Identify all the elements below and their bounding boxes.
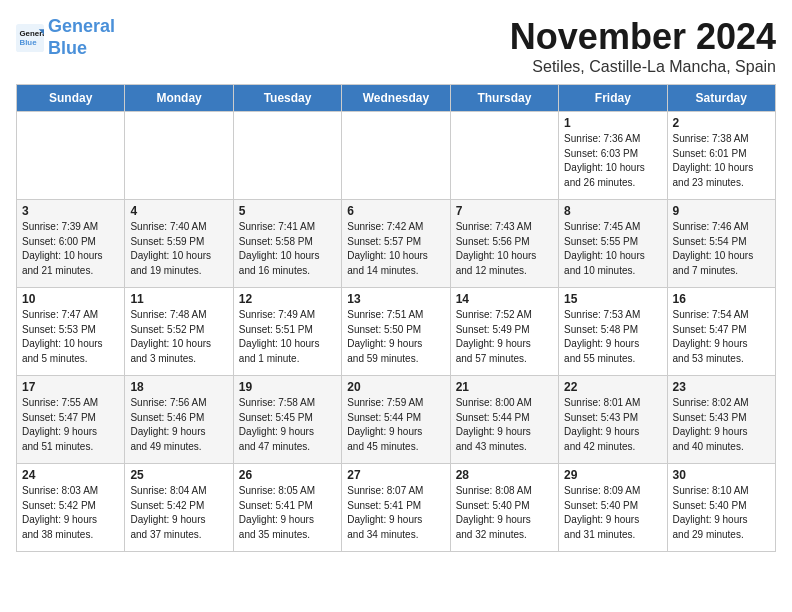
calendar-cell: 2Sunrise: 7:38 AM Sunset: 6:01 PM Daylig… <box>667 112 775 200</box>
day-info: Sunrise: 7:39 AM Sunset: 6:00 PM Dayligh… <box>22 220 119 278</box>
calendar-cell: 14Sunrise: 7:52 AM Sunset: 5:49 PM Dayli… <box>450 288 558 376</box>
day-info: Sunrise: 7:38 AM Sunset: 6:01 PM Dayligh… <box>673 132 770 190</box>
day-number: 15 <box>564 292 661 306</box>
calendar-cell: 19Sunrise: 7:58 AM Sunset: 5:45 PM Dayli… <box>233 376 341 464</box>
header-wednesday: Wednesday <box>342 85 450 112</box>
day-number: 11 <box>130 292 227 306</box>
logo-icon: General Blue <box>16 24 44 52</box>
calendar-cell <box>125 112 233 200</box>
day-info: Sunrise: 8:09 AM Sunset: 5:40 PM Dayligh… <box>564 484 661 542</box>
day-number: 12 <box>239 292 336 306</box>
logo: General Blue General Blue <box>16 16 115 59</box>
calendar-cell: 6Sunrise: 7:42 AM Sunset: 5:57 PM Daylig… <box>342 200 450 288</box>
day-info: Sunrise: 7:48 AM Sunset: 5:52 PM Dayligh… <box>130 308 227 366</box>
calendar-cell: 28Sunrise: 8:08 AM Sunset: 5:40 PM Dayli… <box>450 464 558 552</box>
header-monday: Monday <box>125 85 233 112</box>
header-saturday: Saturday <box>667 85 775 112</box>
day-info: Sunrise: 8:00 AM Sunset: 5:44 PM Dayligh… <box>456 396 553 454</box>
day-number: 3 <box>22 204 119 218</box>
calendar-cell: 22Sunrise: 8:01 AM Sunset: 5:43 PM Dayli… <box>559 376 667 464</box>
calendar-cell: 11Sunrise: 7:48 AM Sunset: 5:52 PM Dayli… <box>125 288 233 376</box>
calendar-cell <box>17 112 125 200</box>
day-info: Sunrise: 7:58 AM Sunset: 5:45 PM Dayligh… <box>239 396 336 454</box>
day-number: 18 <box>130 380 227 394</box>
calendar-table: Sunday Monday Tuesday Wednesday Thursday… <box>16 84 776 552</box>
header-thursday: Thursday <box>450 85 558 112</box>
logo-line1: General <box>48 16 115 36</box>
day-info: Sunrise: 8:01 AM Sunset: 5:43 PM Dayligh… <box>564 396 661 454</box>
day-info: Sunrise: 7:52 AM Sunset: 5:49 PM Dayligh… <box>456 308 553 366</box>
week-row-1: 1Sunrise: 7:36 AM Sunset: 6:03 PM Daylig… <box>17 112 776 200</box>
day-number: 20 <box>347 380 444 394</box>
day-number: 25 <box>130 468 227 482</box>
svg-text:Blue: Blue <box>20 38 38 47</box>
calendar-cell: 7Sunrise: 7:43 AM Sunset: 5:56 PM Daylig… <box>450 200 558 288</box>
calendar-cell: 25Sunrise: 8:04 AM Sunset: 5:42 PM Dayli… <box>125 464 233 552</box>
location-subtitle: Setiles, Castille-La Mancha, Spain <box>510 58 776 76</box>
day-number: 26 <box>239 468 336 482</box>
calendar-cell: 21Sunrise: 8:00 AM Sunset: 5:44 PM Dayli… <box>450 376 558 464</box>
calendar-cell: 24Sunrise: 8:03 AM Sunset: 5:42 PM Dayli… <box>17 464 125 552</box>
day-number: 14 <box>456 292 553 306</box>
calendar-cell <box>342 112 450 200</box>
calendar-cell: 18Sunrise: 7:56 AM Sunset: 5:46 PM Dayli… <box>125 376 233 464</box>
calendar-cell: 5Sunrise: 7:41 AM Sunset: 5:58 PM Daylig… <box>233 200 341 288</box>
day-number: 28 <box>456 468 553 482</box>
day-number: 29 <box>564 468 661 482</box>
day-info: Sunrise: 8:04 AM Sunset: 5:42 PM Dayligh… <box>130 484 227 542</box>
day-number: 22 <box>564 380 661 394</box>
day-number: 6 <box>347 204 444 218</box>
calendar-cell: 4Sunrise: 7:40 AM Sunset: 5:59 PM Daylig… <box>125 200 233 288</box>
calendar-cell: 17Sunrise: 7:55 AM Sunset: 5:47 PM Dayli… <box>17 376 125 464</box>
weekday-header-row: Sunday Monday Tuesday Wednesday Thursday… <box>17 85 776 112</box>
day-number: 2 <box>673 116 770 130</box>
day-info: Sunrise: 8:10 AM Sunset: 5:40 PM Dayligh… <box>673 484 770 542</box>
day-number: 17 <box>22 380 119 394</box>
day-info: Sunrise: 7:36 AM Sunset: 6:03 PM Dayligh… <box>564 132 661 190</box>
day-info: Sunrise: 7:55 AM Sunset: 5:47 PM Dayligh… <box>22 396 119 454</box>
week-row-4: 17Sunrise: 7:55 AM Sunset: 5:47 PM Dayli… <box>17 376 776 464</box>
day-number: 4 <box>130 204 227 218</box>
calendar-cell: 13Sunrise: 7:51 AM Sunset: 5:50 PM Dayli… <box>342 288 450 376</box>
calendar-cell: 20Sunrise: 7:59 AM Sunset: 5:44 PM Dayli… <box>342 376 450 464</box>
calendar-cell: 1Sunrise: 7:36 AM Sunset: 6:03 PM Daylig… <box>559 112 667 200</box>
day-info: Sunrise: 7:41 AM Sunset: 5:58 PM Dayligh… <box>239 220 336 278</box>
day-number: 9 <box>673 204 770 218</box>
day-number: 5 <box>239 204 336 218</box>
calendar-cell: 9Sunrise: 7:46 AM Sunset: 5:54 PM Daylig… <box>667 200 775 288</box>
day-info: Sunrise: 7:59 AM Sunset: 5:44 PM Dayligh… <box>347 396 444 454</box>
day-info: Sunrise: 7:42 AM Sunset: 5:57 PM Dayligh… <box>347 220 444 278</box>
logo-text: General Blue <box>48 16 115 59</box>
day-info: Sunrise: 7:40 AM Sunset: 5:59 PM Dayligh… <box>130 220 227 278</box>
header-friday: Friday <box>559 85 667 112</box>
calendar-cell: 23Sunrise: 8:02 AM Sunset: 5:43 PM Dayli… <box>667 376 775 464</box>
title-area: November 2024 Setiles, Castille-La Manch… <box>510 16 776 76</box>
calendar-cell: 27Sunrise: 8:07 AM Sunset: 5:41 PM Dayli… <box>342 464 450 552</box>
month-year-title: November 2024 <box>510 16 776 58</box>
day-info: Sunrise: 8:05 AM Sunset: 5:41 PM Dayligh… <box>239 484 336 542</box>
page-container: General Blue General Blue November 2024 … <box>16 16 776 552</box>
day-number: 19 <box>239 380 336 394</box>
day-number: 8 <box>564 204 661 218</box>
calendar-cell: 15Sunrise: 7:53 AM Sunset: 5:48 PM Dayli… <box>559 288 667 376</box>
day-info: Sunrise: 7:47 AM Sunset: 5:53 PM Dayligh… <box>22 308 119 366</box>
week-row-2: 3Sunrise: 7:39 AM Sunset: 6:00 PM Daylig… <box>17 200 776 288</box>
calendar-cell: 3Sunrise: 7:39 AM Sunset: 6:00 PM Daylig… <box>17 200 125 288</box>
day-info: Sunrise: 8:07 AM Sunset: 5:41 PM Dayligh… <box>347 484 444 542</box>
day-info: Sunrise: 7:51 AM Sunset: 5:50 PM Dayligh… <box>347 308 444 366</box>
day-number: 27 <box>347 468 444 482</box>
day-info: Sunrise: 7:43 AM Sunset: 5:56 PM Dayligh… <box>456 220 553 278</box>
day-number: 7 <box>456 204 553 218</box>
header-sunday: Sunday <box>17 85 125 112</box>
calendar-cell: 29Sunrise: 8:09 AM Sunset: 5:40 PM Dayli… <box>559 464 667 552</box>
week-row-5: 24Sunrise: 8:03 AM Sunset: 5:42 PM Dayli… <box>17 464 776 552</box>
day-info: Sunrise: 7:49 AM Sunset: 5:51 PM Dayligh… <box>239 308 336 366</box>
day-info: Sunrise: 7:56 AM Sunset: 5:46 PM Dayligh… <box>130 396 227 454</box>
day-info: Sunrise: 7:46 AM Sunset: 5:54 PM Dayligh… <box>673 220 770 278</box>
day-number: 10 <box>22 292 119 306</box>
day-info: Sunrise: 7:53 AM Sunset: 5:48 PM Dayligh… <box>564 308 661 366</box>
day-info: Sunrise: 8:08 AM Sunset: 5:40 PM Dayligh… <box>456 484 553 542</box>
header: General Blue General Blue November 2024 … <box>16 16 776 76</box>
day-number: 30 <box>673 468 770 482</box>
calendar-cell: 16Sunrise: 7:54 AM Sunset: 5:47 PM Dayli… <box>667 288 775 376</box>
